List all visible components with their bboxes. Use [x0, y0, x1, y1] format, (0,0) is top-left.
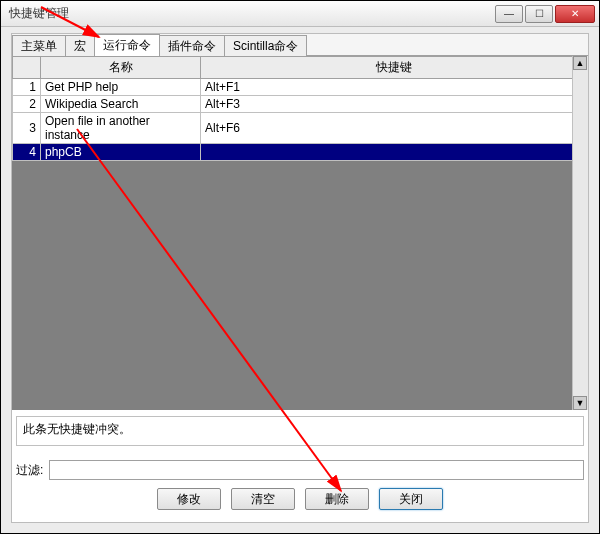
- cell-shortcut: Alt+F3: [201, 96, 588, 113]
- tab-run-commands[interactable]: 运行命令: [94, 34, 160, 56]
- status-text: 此条无快捷键冲突。: [16, 416, 584, 446]
- grid-background: 名称 快捷键 1 Get PHP help Alt+F1 2 Wikipedia…: [12, 56, 588, 410]
- tab-macro[interactable]: 宏: [65, 35, 95, 56]
- table-row[interactable]: 2 Wikipedia Search Alt+F3: [13, 96, 588, 113]
- tab-plugin-commands[interactable]: 插件命令: [159, 35, 225, 56]
- shortcut-manager-window: 快捷键管理 — ☐ ✕ 主菜单 宏 运行命令 插件命令 Scintilla命令 …: [0, 0, 600, 534]
- maximize-button[interactable]: ☐: [525, 5, 553, 23]
- cell-name: Wikipedia Search: [41, 96, 201, 113]
- maximize-icon: ☐: [535, 8, 544, 19]
- minimize-icon: —: [504, 8, 514, 19]
- close-button[interactable]: 关闭: [379, 488, 443, 510]
- clear-button[interactable]: 清空: [231, 488, 295, 510]
- cell-name: Open file in another instance: [41, 113, 201, 144]
- tab-bar: 主菜单 宏 运行命令 插件命令 Scintilla命令: [12, 34, 588, 56]
- scroll-down-icon[interactable]: ▼: [573, 396, 587, 410]
- modify-button[interactable]: 修改: [157, 488, 221, 510]
- table-row[interactable]: 3 Open file in another instance Alt+F6: [13, 113, 588, 144]
- button-row: 修改 清空 删除 关闭: [12, 488, 588, 516]
- cell-name: Get PHP help: [41, 79, 201, 96]
- tab-main-menu[interactable]: 主菜单: [12, 35, 66, 56]
- dialog-content: 主菜单 宏 运行命令 插件命令 Scintilla命令 名称 快捷键: [11, 33, 589, 523]
- window-controls: — ☐ ✕: [495, 5, 595, 23]
- minimize-button[interactable]: —: [495, 5, 523, 23]
- cell-name: phpCB: [41, 144, 201, 161]
- shortcut-table: 名称 快捷键 1 Get PHP help Alt+F1 2 Wikipedia…: [12, 56, 588, 161]
- close-window-button[interactable]: ✕: [555, 5, 595, 23]
- shortcut-table-area: 名称 快捷键 1 Get PHP help Alt+F1 2 Wikipedia…: [12, 56, 588, 410]
- close-icon: ✕: [571, 8, 579, 19]
- cell-idx: 2: [13, 96, 41, 113]
- tab-scintilla-commands[interactable]: Scintilla命令: [224, 35, 307, 56]
- header-row: 名称 快捷键: [13, 57, 588, 79]
- vertical-scrollbar[interactable]: ▲ ▼: [572, 56, 588, 410]
- col-name[interactable]: 名称: [41, 57, 201, 79]
- filter-label: 过滤:: [16, 462, 43, 479]
- cell-idx: 4: [13, 144, 41, 161]
- cell-idx: 1: [13, 79, 41, 96]
- filter-input[interactable]: [49, 460, 584, 480]
- cell-idx: 3: [13, 113, 41, 144]
- table-row-selected[interactable]: 4 phpCB: [13, 144, 588, 161]
- table-row[interactable]: 1 Get PHP help Alt+F1: [13, 79, 588, 96]
- scroll-up-icon[interactable]: ▲: [573, 56, 587, 70]
- cell-shortcut: [201, 144, 588, 161]
- cell-shortcut: Alt+F1: [201, 79, 588, 96]
- filter-row: 过滤:: [16, 458, 584, 482]
- titlebar[interactable]: 快捷键管理 — ☐ ✕: [1, 1, 599, 27]
- col-shortcut[interactable]: 快捷键: [201, 57, 588, 79]
- delete-button[interactable]: 删除: [305, 488, 369, 510]
- window-title: 快捷键管理: [9, 5, 495, 22]
- cell-shortcut: Alt+F6: [201, 113, 588, 144]
- col-index[interactable]: [13, 57, 41, 79]
